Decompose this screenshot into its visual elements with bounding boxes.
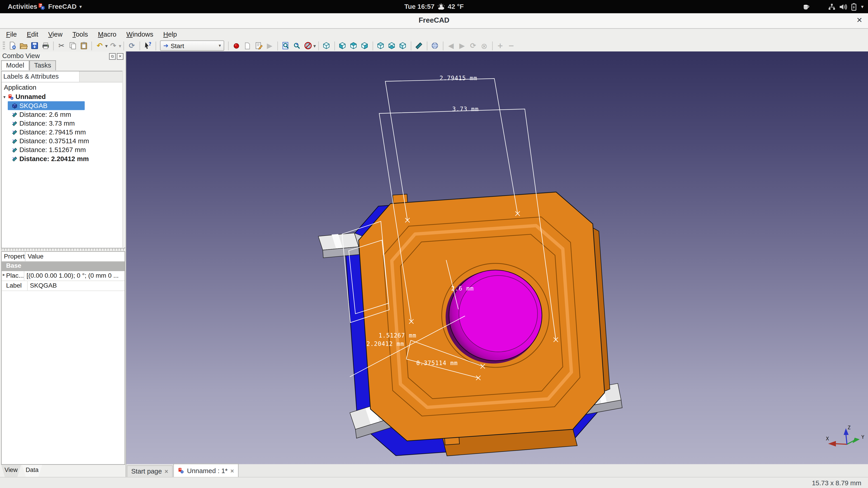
- save-button[interactable]: [29, 41, 39, 51]
- copy-button[interactable]: [68, 41, 78, 51]
- tree-item-distance[interactable]: Distance: 2.20412 mm: [2, 154, 125, 163]
- dimension-label: 3.73 mm: [452, 106, 479, 112]
- view-bottom-button[interactable]: [387, 41, 397, 51]
- system-menu-caret-icon: ▾: [861, 4, 864, 9]
- dimension-label: 2.6 mm: [451, 285, 474, 292]
- document-label: Unnamed: [16, 93, 46, 101]
- paste-button[interactable]: [79, 41, 89, 51]
- tree-item-distance[interactable]: Distance: 2.79415 mm: [2, 128, 125, 137]
- document-icon: [8, 94, 14, 100]
- toolbar-separator: [334, 41, 335, 50]
- property-row-label[interactable]: Label SKQGAB: [2, 281, 125, 291]
- toolbar-separator: [228, 41, 228, 50]
- clip-plane-button[interactable]: [303, 41, 313, 51]
- svg-text:?: ?: [148, 41, 151, 47]
- macro-edit-button[interactable]: [254, 41, 264, 51]
- view-top-button[interactable]: [348, 41, 359, 51]
- system-tray[interactable]: ▾: [802, 0, 864, 13]
- expander-icon[interactable]: ▾: [3, 94, 8, 99]
- tree-item-distance[interactable]: Distance: 2.6 mm: [2, 110, 125, 119]
- dock-float-icon[interactable]: ⧉: [109, 53, 116, 60]
- view-left-button[interactable]: [398, 41, 408, 51]
- menu-edit[interactable]: Edit: [22, 29, 43, 39]
- tree-item-part-selected[interactable]: SKQGAB: [8, 101, 85, 110]
- view-right-button[interactable]: [360, 41, 370, 51]
- cut-button[interactable]: ✂: [57, 41, 66, 51]
- property-row-placement[interactable]: ▸Plac... [(0.00 0.00 1.00); 0 °; (0 mm 0…: [2, 271, 125, 281]
- undo-button[interactable]: ↶: [95, 41, 105, 51]
- toolbar-drag-handle[interactable]: [3, 41, 5, 50]
- tab-document[interactable]: Unnamed : 1* ×: [173, 464, 239, 477]
- tree-item-distance[interactable]: Distance: 3.73 mm: [2, 119, 125, 128]
- menu-file[interactable]: File: [1, 29, 22, 39]
- refresh-button[interactable]: ⟳: [127, 41, 137, 51]
- 3d-viewport[interactable]: 2.79415 mm 3.73 mm 2.6 mm 1.51267 mm 2.2…: [126, 52, 868, 464]
- tree-item-document[interactable]: ▾ Unnamed: [2, 92, 125, 101]
- weather-icon: [437, 2, 445, 11]
- undo-history-caret-icon[interactable]: ▾: [105, 43, 107, 48]
- window-close-button[interactable]: ✕: [857, 16, 863, 24]
- dimension-label: 2.20412 mm: [366, 340, 404, 347]
- view-rear-button[interactable]: [376, 41, 385, 51]
- macro-execute-button[interactable]: ▶: [265, 41, 275, 51]
- property-group-base[interactable]: Base: [2, 262, 125, 271]
- tab-close-icon[interactable]: ×: [164, 468, 168, 475]
- zoom-out-button[interactable]: −: [506, 41, 516, 51]
- property-editor: Propert Value Base ▸Plac... [(0.00 0.00 …: [1, 251, 125, 465]
- nav-back-button[interactable]: ◀: [446, 41, 456, 51]
- activities-button[interactable]: Activities: [5, 0, 39, 13]
- nav-forward-button[interactable]: ▶: [457, 41, 467, 51]
- zoom-selection-button[interactable]: [292, 41, 302, 51]
- redo-button[interactable]: ↷: [108, 41, 118, 51]
- toolbar-separator: [156, 41, 156, 50]
- dimension-readout: 15.73 x 8.79 mm: [812, 479, 862, 487]
- desktop: Activities FreeCAD ▾ Tue 16:57 42 °F: [0, 0, 868, 488]
- menu-help[interactable]: Help: [158, 29, 182, 39]
- web-home-button[interactable]: [430, 41, 440, 51]
- 3d-scene: 2.79415 mm 3.73 mm 2.6 mm 1.51267 mm 2.2…: [126, 52, 868, 464]
- property-column-header[interactable]: Propert: [2, 252, 25, 261]
- tree-header-label: Labels & Attributes: [2, 71, 80, 82]
- new-document-button[interactable]: [7, 41, 17, 51]
- macro-open-button[interactable]: [243, 41, 252, 51]
- workbench-selector[interactable]: ➔ Start ▾: [160, 40, 224, 51]
- redo-history-caret-icon[interactable]: ▾: [119, 43, 121, 48]
- tab-close-icon[interactable]: ×: [230, 467, 234, 474]
- view-front-button[interactable]: [338, 41, 347, 51]
- clock-group[interactable]: Tue 16:57 42 °F: [404, 0, 464, 13]
- menu-view[interactable]: View: [43, 29, 67, 39]
- view-axonometric-button[interactable]: [321, 41, 331, 51]
- menu-windows[interactable]: Windows: [121, 29, 158, 39]
- open-document-button[interactable]: [18, 41, 28, 51]
- panel-splitter[interactable]: [1, 249, 124, 251]
- tree-item-distance[interactable]: Distance: 0.375114 mm: [2, 137, 125, 145]
- tab-data[interactable]: Data: [22, 465, 42, 478]
- menu-macro[interactable]: Macro: [93, 29, 121, 39]
- window-title: FreeCAD: [0, 16, 868, 24]
- whats-this-button[interactable]: ?: [143, 41, 153, 51]
- zoom-in-button[interactable]: +: [495, 41, 505, 51]
- nav-stop-button[interactable]: ⊗: [479, 41, 489, 51]
- macro-record-button[interactable]: [231, 41, 241, 51]
- tab-model[interactable]: Model: [1, 60, 29, 70]
- app-menu[interactable]: FreeCAD ▾: [38, 0, 82, 13]
- tab-view[interactable]: View: [1, 465, 21, 478]
- gnome-top-bar: Activities FreeCAD ▾ Tue 16:57 42 °F: [0, 0, 868, 13]
- nav-refresh-button[interactable]: ⟳: [468, 41, 478, 51]
- expander-icon[interactable]: ▸: [3, 272, 5, 281]
- dock-close-icon[interactable]: ✕: [117, 53, 123, 60]
- tree-item-distance[interactable]: Distance: 1.51267 mm: [2, 145, 125, 154]
- value-column-header[interactable]: Value: [26, 252, 43, 261]
- clip-plane-caret-icon[interactable]: ▾: [313, 43, 316, 48]
- menu-tools[interactable]: Tools: [67, 29, 93, 39]
- tab-tasks[interactable]: Tasks: [29, 60, 56, 70]
- tree-root-application[interactable]: Application: [2, 83, 125, 92]
- print-button[interactable]: [40, 41, 51, 51]
- app-menu-label: FreeCAD: [48, 3, 76, 10]
- measure-distance-button[interactable]: [414, 41, 424, 51]
- fit-all-button[interactable]: [281, 41, 291, 51]
- measurement-icon: [11, 111, 18, 118]
- tree-scrollbar[interactable]: [122, 71, 126, 247]
- window-titlebar[interactable]: FreeCAD ✕: [0, 13, 868, 29]
- tab-start-page[interactable]: Start page ×: [127, 465, 173, 477]
